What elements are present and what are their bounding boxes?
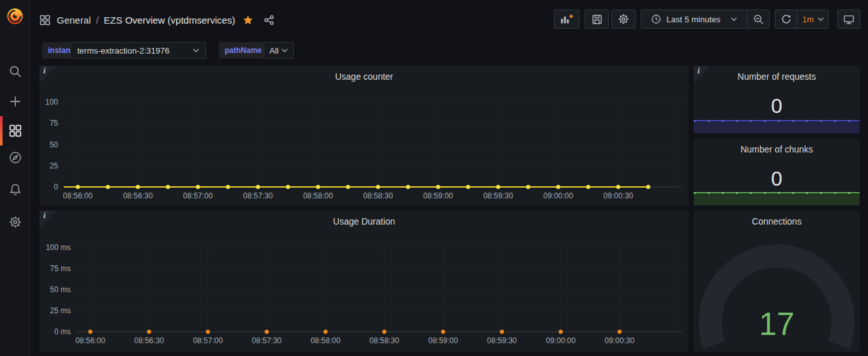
dashboard-settings-button[interactable] (611, 10, 636, 29)
settings-gear-icon (618, 13, 629, 25)
panel-title[interactable]: Usage Duration (40, 211, 689, 232)
save-dashboard-button[interactable] (585, 10, 609, 29)
bell-icon (9, 183, 22, 196)
sparkline-markers (694, 120, 860, 122)
refresh-picker: 1m (775, 10, 828, 29)
variable-value-pathname: All (269, 46, 278, 56)
share-icon[interactable] (264, 15, 274, 26)
variable-label-pathname: pathName (219, 42, 267, 59)
refresh-divider (797, 10, 797, 28)
sidebar-item-create[interactable] (0, 87, 30, 116)
tv-monitor-icon (843, 14, 855, 25)
add-panel-icon (560, 13, 574, 25)
sidebar-item-dashboards[interactable] (0, 116, 30, 145)
dashboards-grid-icon (9, 124, 22, 137)
view-mode-button[interactable] (837, 10, 860, 29)
compass-icon (9, 151, 22, 164)
usage-duration-chart[interactable]: 08:56:0008:56:3008:57:0008:57:3008:58:00… (77, 248, 682, 332)
chunks-sparkline (694, 192, 860, 205)
panel-title[interactable]: Usage counter (40, 66, 689, 87)
chevron-down-icon[interactable] (818, 17, 824, 21)
plus-icon (9, 95, 22, 108)
chevron-down-icon (193, 48, 199, 52)
panel-number-of-chunks: Number of chunks 0 (694, 138, 860, 205)
panel-usage-duration: i Usage Duration 08:56:0008:56:3008:57:0… (40, 211, 689, 352)
breadcrumb-section[interactable]: General (57, 15, 91, 26)
refresh-button[interactable] (775, 14, 797, 24)
dashboard-title[interactable]: EZS Overview (vptdmservices) (104, 15, 236, 26)
apps-grid-icon (40, 15, 50, 26)
variable-dropdown-instance[interactable]: terms-extraction-2:31976 (70, 42, 206, 59)
variable-value-instance: terms-extraction-2:31976 (77, 46, 170, 56)
time-range-label: Last 5 minutes (666, 15, 721, 24)
gear-icon (9, 216, 22, 228)
gauge-value: 17 (694, 308, 860, 341)
sidebar-item-alerting[interactable] (0, 175, 30, 204)
sparkline-markers (694, 192, 860, 194)
refresh-icon (781, 14, 791, 24)
panel-title[interactable]: Number of chunks (694, 138, 860, 159)
zoom-out-icon (753, 14, 764, 25)
sidebar-item-search[interactable] (0, 57, 30, 86)
grafana-logo-icon (6, 8, 24, 25)
breadcrumb: General / EZS Overview (vptdmservices) (40, 0, 274, 40)
chevron-down-icon (731, 17, 737, 21)
stat-value: 0 (694, 95, 860, 117)
panel-usage-counter: i Usage counter 08:56:0008:56:3008:57:00… (40, 66, 689, 205)
sidebar (0, 0, 30, 356)
sidebar-item-explore[interactable] (0, 143, 30, 172)
panel-title[interactable]: Number of requests (694, 66, 860, 87)
chevron-down-icon (281, 48, 288, 52)
clock-icon (651, 14, 661, 24)
favorite-star-icon[interactable] (243, 15, 253, 26)
breadcrumb-separator: / (96, 15, 98, 26)
usage-counter-chart[interactable]: 08:56:0008:56:3008:57:0008:57:3008:58:00… (64, 102, 682, 187)
panel-number-of-requests: i Number of requests 0 (694, 66, 860, 133)
sidebar-item-configuration[interactable] (0, 207, 30, 237)
variable-dropdown-pathname[interactable]: All (264, 42, 294, 59)
panel-connections: Connections 17 (694, 211, 860, 352)
add-panel-button[interactable] (554, 10, 580, 29)
zoom-out-button[interactable] (747, 10, 770, 29)
sidebar-active-indicator (0, 116, 3, 145)
stat-value: 0 (694, 168, 860, 189)
search-icon (9, 65, 22, 78)
grafana-logo[interactable] (0, 3, 30, 29)
save-icon (592, 14, 602, 25)
requests-sparkline (694, 120, 860, 133)
time-range-picker[interactable]: Last 5 minutes (641, 10, 747, 29)
refresh-interval-label[interactable]: 1m (802, 15, 814, 24)
